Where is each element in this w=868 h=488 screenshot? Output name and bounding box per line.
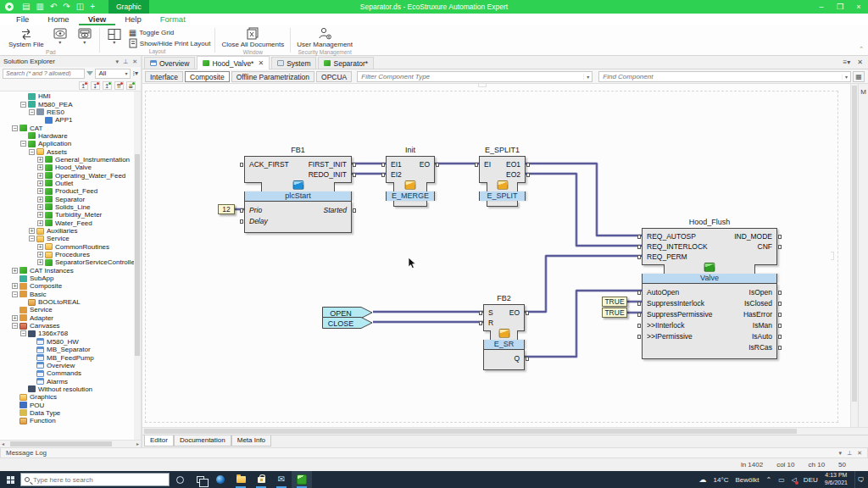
bottom-tab-meta-info[interactable]: Meta Info: [231, 435, 271, 446]
tree-item-commands[interactable]: Commands: [0, 369, 141, 377]
tree-item-separatorservicecontroller[interactable]: +SeparatorServiceController: [0, 258, 141, 266]
tree-item-hmi[interactable]: HMI: [0, 92, 141, 100]
output-pin[interactable]: [778, 335, 782, 339]
tree-item-m580-pea[interactable]: −M580_PEA: [0, 100, 141, 108]
input-pin[interactable]: [475, 163, 478, 167]
task-view-button[interactable]: [190, 471, 210, 488]
tree-item-res0[interactable]: −RES0: [0, 108, 141, 116]
tree-item-subapp[interactable]: SubApp: [0, 274, 141, 282]
tree-item-m580-hw[interactable]: M580_HW: [0, 338, 141, 346]
input-pin[interactable]: [381, 173, 385, 177]
tree-item-application[interactable]: −Application: [0, 140, 141, 147]
tree-item-commonroutines[interactable]: +CommonRoutines: [0, 243, 141, 251]
tree-expander-icon[interactable]: −: [12, 291, 18, 297]
input-pin[interactable]: [479, 311, 482, 315]
security-app-button[interactable]: [251, 471, 271, 488]
literal-value[interactable]: 12: [218, 204, 235, 214]
connector-close[interactable]: CLOSE: [322, 317, 375, 330]
tree-item-without-resolution[interactable]: Without resolution: [0, 385, 141, 393]
tree-expander-icon[interactable]: +: [37, 244, 43, 250]
split-view-icon[interactable]: ◫: [76, 0, 84, 14]
tree-item-function[interactable]: Function: [0, 417, 141, 424]
move-icon[interactable]: +: [90, 0, 95, 14]
output-pin[interactable]: [526, 173, 530, 177]
tree-item-basic[interactable]: −Basic: [0, 291, 141, 298]
toggle-grid-button[interactable]: ▦ Toggle Grid: [129, 28, 211, 37]
save-all-icon[interactable]: ▥: [36, 0, 43, 14]
function-block-e-split1[interactable]: E_SPLIT1EIEO1EO2E_SPLIT: [479, 156, 526, 207]
filter-component-input[interactable]: [359, 73, 583, 80]
mail-button[interactable]: ✉: [271, 471, 292, 488]
undo-icon[interactable]: ↶: [50, 0, 57, 14]
show-pad2-button[interactable]: ▾: [75, 26, 95, 45]
tree-expander-icon[interactable]: −: [20, 102, 26, 108]
tab-list-icon[interactable]: ≡▾: [843, 58, 851, 66]
function-block-init[interactable]: InitEI1EOEI2E_MERGE: [386, 156, 435, 207]
tree-expander-icon[interactable]: −: [29, 236, 35, 241]
function-block-fb2[interactable]: FB2SEORE_SRQ: [483, 304, 525, 370]
taskbar-search[interactable]: [20, 473, 170, 486]
tab-close-icon[interactable]: ✕: [857, 58, 863, 66]
panel-menu-icon[interactable]: ▾: [116, 58, 120, 65]
expand-green-icon[interactable]: ↥: [103, 81, 112, 90]
chevron-down-icon[interactable]: ▾: [842, 74, 850, 80]
close-all-documents-button[interactable]: Close All Documents: [220, 26, 286, 49]
tree-item-operating-water-feed[interactable]: +Operating_Water_Feed: [0, 171, 141, 179]
tree-item-booltoreal[interactable]: BOOLtoREAL: [0, 298, 141, 306]
tree-item-solids-line[interactable]: +Solids_Line: [0, 203, 141, 211]
output-pin[interactable]: [778, 346, 782, 350]
menu-tab-home[interactable]: Home: [38, 14, 78, 25]
output-pin[interactable]: [778, 291, 782, 295]
panel-menu-icon[interactable]: ▾: [839, 450, 843, 457]
tree-item-service[interactable]: −Service: [0, 235, 141, 242]
literal-value[interactable]: TRUE: [602, 308, 627, 318]
output-pin[interactable]: [353, 173, 356, 177]
tree-item-alarms[interactable]: Alarms: [0, 377, 141, 385]
tree-expander-icon[interactable]: +: [37, 212, 43, 218]
output-pin[interactable]: [353, 208, 356, 213]
input-pin[interactable]: [381, 163, 385, 167]
tree-expander-icon[interactable]: +: [37, 197, 43, 202]
tree-expander-icon[interactable]: +: [37, 180, 43, 186]
collapsed-panel-strip[interactable]: M: [858, 84, 868, 427]
save-icon[interactable]: ▤: [22, 0, 30, 14]
function-block-fb1[interactable]: FB1ACK_FIRSTFIRST_INITREDO_INITplcStartP…: [244, 156, 352, 233]
tree-item-outlet[interactable]: +Outlet: [0, 180, 141, 187]
weather-desc[interactable]: Bewölkt: [735, 476, 759, 484]
tree-item-auxiliaries[interactable]: +Auxiliaries: [0, 227, 141, 235]
output-pin[interactable]: [436, 163, 439, 167]
tree-expander-icon[interactable]: +: [37, 252, 43, 258]
panel-close-icon[interactable]: ✕: [132, 58, 137, 65]
input-pin[interactable]: [637, 335, 641, 339]
filter-more-icon[interactable]: ⁝▾: [132, 69, 138, 77]
tree-item-overview[interactable]: Overview: [0, 362, 141, 369]
doc-tab-overview[interactable]: Overview: [144, 57, 195, 69]
tree-expander-icon[interactable]: +: [12, 283, 18, 289]
find-component-input[interactable]: [600, 73, 842, 80]
close-button[interactable]: ×: [849, 0, 868, 14]
canvas-horizontal-scrollbar[interactable]: [142, 427, 868, 435]
output-pin[interactable]: [526, 163, 530, 167]
collapse-all-icon[interactable]: ⇊: [126, 81, 136, 90]
tree-item-canvases[interactable]: −Canvases: [0, 322, 141, 330]
input-pin[interactable]: [637, 291, 641, 295]
input-pin[interactable]: [637, 302, 641, 306]
expand-item-icon[interactable]: ↥: [79, 81, 88, 90]
window-layout-button[interactable]: ▾: [104, 26, 125, 45]
network-icon[interactable]: ▭: [778, 476, 785, 484]
bottom-tab-editor[interactable]: Editor: [144, 435, 174, 446]
input-pin[interactable]: [240, 163, 243, 167]
tree-vertical-scrollbar[interactable]: [134, 92, 141, 440]
tree-item-hardware[interactable]: Hardware: [0, 132, 141, 140]
doc-tab-system[interactable]: System: [271, 57, 316, 69]
doc-tab-hood-valve[interactable]: Hood_Valve*✕: [197, 56, 270, 69]
input-pin[interactable]: [637, 245, 641, 249]
message-log-bar[interactable]: Message Log ▾ ⊥ ✕: [0, 447, 868, 458]
file-explorer-button[interactable]: [231, 471, 251, 488]
tree-item-general-instrumentation[interactable]: +General_Instrumentation: [0, 156, 141, 164]
tree-item-cat[interactable]: −CAT: [0, 124, 141, 131]
view-button-opcua[interactable]: OPCUA: [316, 71, 352, 82]
tree-item-hood-valve[interactable]: +Hood_Valve: [0, 164, 141, 171]
solution-search-input[interactable]: [3, 69, 85, 79]
canvas-vertical-scrollbar[interactable]: [850, 84, 858, 427]
